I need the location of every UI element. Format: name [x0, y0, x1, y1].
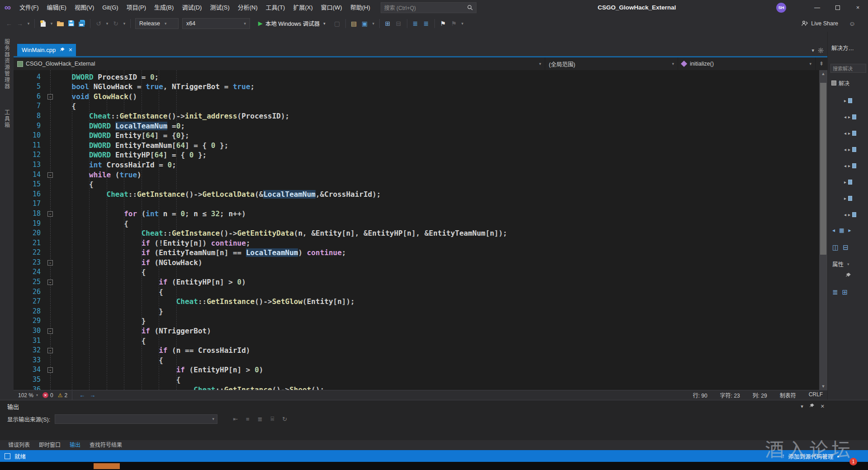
- redo-caret-icon[interactable]: ▾: [122, 18, 127, 29]
- tree-item[interactable]: ◂▸: [828, 114, 868, 119]
- code-line[interactable]: 5bool NGlowHack = true, NTriggerBot = tr…: [14, 82, 819, 92]
- code-line[interactable]: 15{: [14, 180, 819, 190]
- page-prev-icon[interactable]: ◂: [832, 227, 835, 233]
- close-button[interactable]: ×: [848, 0, 868, 15]
- platform-dropdown[interactable]: x64 ▾: [182, 18, 250, 29]
- notification-badge[interactable]: 1: [849, 458, 857, 465]
- code-line[interactable]: 25-if (EntityHP[n] > 0): [14, 277, 819, 287]
- menu-tools[interactable]: 工具(T): [262, 0, 289, 15]
- code-line[interactable]: 10DWORD Entity[64] = {0};: [14, 131, 819, 141]
- error-list-icon[interactable]: ▤: [349, 18, 359, 29]
- goto-next-icon[interactable]: ≣: [258, 416, 263, 423]
- code-line[interactable]: 7{: [14, 101, 819, 111]
- source-control-button[interactable]: ↑ 添加到源代码管理 ▴: [782, 452, 839, 461]
- output-close-icon[interactable]: ✕: [821, 404, 825, 409]
- tab-find-symbol-results[interactable]: 查找符号结果: [86, 440, 126, 450]
- grid-icon[interactable]: ▦: [839, 227, 844, 233]
- code-line[interactable]: 16Cheat::GetInstance()->GetLocalData(&Lo…: [14, 190, 819, 199]
- code-line[interactable]: 26{: [14, 287, 819, 297]
- expand-icon[interactable]: ▸: [844, 180, 846, 185]
- clear-all-icon[interactable]: ⌸: [271, 415, 274, 423]
- editor-scrollbar[interactable]: ▲ ▼: [819, 70, 827, 390]
- code-line[interactable]: 18-for (int n = 0; n ≤ 32; n++): [14, 209, 819, 219]
- tree-item[interactable]: ◂▸: [828, 163, 868, 168]
- code-line[interactable]: 29}: [14, 316, 819, 326]
- nav-member-dropdown[interactable]: initialize() ▾: [678, 57, 816, 70]
- new-file-icon[interactable]: [38, 18, 48, 29]
- navigate-back-icon[interactable]: ←: [4, 18, 14, 29]
- scrollbar-thumb[interactable]: [820, 83, 826, 255]
- sidebar-tab-server-explorer[interactable]: 服务器资源管理器: [3, 39, 11, 90]
- code-line[interactable]: 31{: [14, 336, 819, 346]
- open-folder-icon[interactable]: [55, 18, 65, 29]
- expand-icon[interactable]: ▸: [848, 131, 850, 136]
- output-window-caret-icon[interactable]: ▾: [801, 404, 803, 409]
- code-line[interactable]: 27Cheat::GetInstance()->SetGlow(Entity[n…: [14, 297, 819, 307]
- error-count[interactable]: 0: [50, 392, 53, 399]
- code-line[interactable]: 13int CrossHairId = 0;: [14, 160, 819, 170]
- code-line[interactable]: 36Cheat::GetInstance()->Shoot();: [14, 385, 819, 390]
- menu-test[interactable]: 测试(S): [206, 0, 233, 15]
- code-line[interactable]: 20Cheat::GetInstance()->GetEntityData(n,…: [14, 228, 819, 238]
- account-avatar[interactable]: SH: [776, 3, 786, 13]
- live-share-button[interactable]: Live Share: [801, 20, 838, 27]
- menu-analyze[interactable]: 分析(N): [234, 0, 262, 15]
- panel-pin-icon[interactable]: [828, 273, 868, 278]
- indent-decrease-icon[interactable]: ≣: [410, 18, 420, 29]
- tree-item[interactable]: ▸: [828, 196, 868, 201]
- code-line[interactable]: 12DWORD EntityHP[64] = { 0 };: [14, 150, 819, 160]
- page-next-icon[interactable]: ▸: [848, 227, 851, 233]
- code-editor[interactable]: 34DWORD ProcessID = 0;5bool NGlowHack = …: [14, 70, 827, 390]
- expand-icon[interactable]: ▸: [844, 196, 846, 201]
- collapse-region-icon[interactable]: -: [47, 94, 53, 100]
- collapse-region-icon[interactable]: -: [47, 211, 53, 217]
- minimize-button[interactable]: —: [807, 0, 827, 15]
- collapse-region-icon[interactable]: -: [47, 260, 53, 266]
- collapse-region-icon[interactable]: -: [47, 280, 53, 285]
- save-all-icon[interactable]: [77, 18, 87, 29]
- code-line[interactable]: 23-if (NGlowHack): [14, 258, 819, 268]
- tab-options-gear-icon[interactable]: [818, 47, 824, 53]
- code-line[interactable]: 22if (EntityTeamNum[n] == LocalTeamNum) …: [14, 248, 819, 258]
- tree-item[interactable]: ▸: [828, 180, 868, 185]
- code-line[interactable]: 24{: [14, 267, 819, 277]
- quick-search-input[interactable]: 搜索 (Ctrl+Q): [381, 2, 476, 13]
- menu-view[interactable]: 视图(V): [71, 0, 98, 15]
- image-caret-icon[interactable]: ▾: [371, 18, 376, 29]
- solution-root-item[interactable]: 解决: [828, 79, 868, 87]
- scroll-up-icon[interactable]: ▲: [819, 70, 827, 77]
- code-line[interactable]: 30-if (NTriggerBot): [14, 326, 819, 336]
- code-line[interactable]: 4DWORD ProcessID = 0;: [14, 72, 819, 82]
- tab-immediate-window[interactable]: 即时窗口: [35, 440, 64, 450]
- collapse-region-icon[interactable]: -: [47, 172, 53, 178]
- menu-build[interactable]: 生成(B): [150, 0, 178, 15]
- bookmark-prev-icon[interactable]: ⚑: [449, 18, 459, 29]
- class-hierarchy-icon[interactable]: ⊞: [383, 18, 393, 29]
- expand-icon[interactable]: ▸: [848, 163, 850, 168]
- tree-item[interactable]: ▸: [828, 98, 868, 103]
- properties-dropdown[interactable]: 属性 ▾: [828, 260, 868, 268]
- code-line[interactable]: 19{: [14, 219, 819, 229]
- close-tab-icon[interactable]: ✕: [68, 47, 72, 53]
- code-line[interactable]: 9DWORD LocalTeamNum =0;: [14, 121, 819, 131]
- collapse-icon[interactable]: ◂: [844, 114, 846, 119]
- window-split-icon[interactable]: ◫: [832, 243, 839, 252]
- navigate-forward-icon[interactable]: →: [15, 18, 25, 29]
- nav-project-dropdown[interactable]: CSGO_GlowHack_External ▾: [14, 57, 545, 70]
- feedback-icon[interactable]: ☺: [849, 20, 855, 27]
- code-line[interactable]: 8Cheat::GetInstance()->init_address(Proc…: [14, 111, 819, 121]
- nav-backward-icon[interactable]: ←: [79, 392, 85, 399]
- menu-extensions[interactable]: 扩展(X): [289, 0, 316, 15]
- undo-icon[interactable]: ↺: [94, 18, 104, 29]
- nav-scope-dropdown[interactable]: (全局范围) ▾: [545, 57, 678, 70]
- navbar-pin-icon[interactable]: ⇞: [816, 57, 827, 70]
- menu-project[interactable]: 项目(P): [123, 0, 150, 15]
- collapse-region-icon[interactable]: -: [47, 328, 53, 334]
- sidebar-tab-toolbox[interactable]: 工具箱: [3, 109, 11, 128]
- error-count-icon[interactable]: ✕: [42, 392, 48, 398]
- collapse-region-icon[interactable]: -: [47, 367, 53, 373]
- collapse-icon[interactable]: ◂: [844, 147, 846, 152]
- member-list-icon[interactable]: ⊟: [394, 18, 404, 29]
- indent-mode[interactable]: 制表符: [780, 391, 796, 399]
- new-file-caret-icon[interactable]: ▾: [49, 18, 54, 29]
